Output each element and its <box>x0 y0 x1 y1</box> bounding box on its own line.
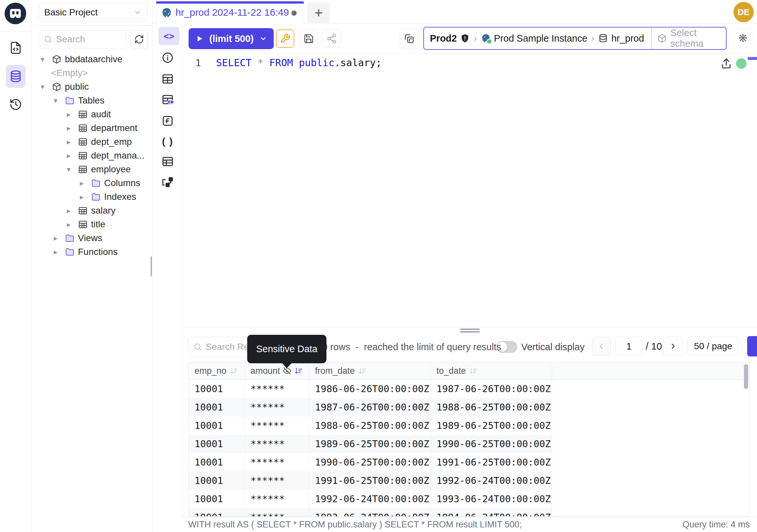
admin-wrench-button[interactable] <box>276 29 294 48</box>
history-icon[interactable] <box>9 98 22 111</box>
tree-item-dept-emp[interactable]: ▸dept_emp <box>31 135 152 149</box>
table-cell[interactable]: 1991-06-25T00:00:00Z <box>431 453 552 471</box>
tree-item-audit[interactable]: ▸audit <box>31 108 152 121</box>
caret-closed-icon[interactable]: ▸ <box>67 124 77 133</box>
table-cell[interactable]: 1987-06-26T00:00:00Z <box>309 398 431 416</box>
tree-item-salary[interactable]: ▸salary <box>31 204 152 218</box>
table-cell[interactable]: ****** <box>245 380 309 398</box>
table-cell[interactable]: ****** <box>245 435 309 453</box>
page-number-input[interactable] <box>616 337 642 356</box>
run-query-button[interactable]: (limit 500) <box>189 28 274 49</box>
sort-icon[interactable] <box>357 366 367 375</box>
table-cell[interactable]: ****** <box>245 508 309 516</box>
caret-open-icon[interactable]: ▾ <box>67 165 77 174</box>
caret-open-icon[interactable]: ▾ <box>41 82 51 91</box>
sql-code-line[interactable]: SELECT * FROM public.salary; <box>216 56 382 70</box>
table-cell[interactable]: 1988-06-25T00:00:00Z <box>309 416 431 435</box>
caret-closed-icon[interactable]: ▸ <box>54 248 64 257</box>
prev-page-button[interactable] <box>592 337 611 356</box>
caret-closed-icon[interactable]: ▸ <box>80 193 90 202</box>
tree-item-bbdataarchive[interactable]: ▾bbdataarchive <box>31 52 152 66</box>
tab-title[interactable]: hr_prod 2024-11-22 16:49 <box>175 4 289 21</box>
batch-query-button[interactable] <box>400 29 419 48</box>
caret-closed-icon[interactable]: ▸ <box>67 206 77 215</box>
table-cell[interactable]: 1988-06-25T00:00:00Z <box>431 398 552 416</box>
caret-closed-icon[interactable]: ▸ <box>67 151 77 160</box>
column-header-amount[interactable]: amount <box>245 362 309 379</box>
column-header-to_date[interactable]: to_date <box>431 362 552 379</box>
breadcrumb-database-segment[interactable]: Prod2 › Prod Sample Instance › hr_prod <box>424 27 652 49</box>
bytebase-logo-icon[interactable] <box>5 3 26 24</box>
export-button[interactable] <box>747 336 757 357</box>
table-cell[interactable]: 1993-06-24T00:00:00Z <box>309 508 431 516</box>
caret-open-icon[interactable]: ▾ <box>54 96 64 105</box>
results-resize-handle[interactable] <box>460 331 480 332</box>
tree-item-dept-mana[interactable]: ▸dept_mana... <box>31 149 152 163</box>
share-button[interactable] <box>322 29 341 48</box>
sort-icon[interactable] <box>294 366 303 375</box>
table-cell[interactable]: 10001 <box>189 471 245 490</box>
functions-icon[interactable] <box>162 115 174 127</box>
procedures-icon[interactable]: ( ) <box>160 135 175 148</box>
table-cell[interactable]: 1994-06-24T00:00:00Z <box>431 508 552 516</box>
table-cell[interactable]: 10001 <box>189 453 245 471</box>
results-resize-handle[interactable] <box>460 329 480 330</box>
masked-table-icon[interactable] <box>162 93 174 106</box>
table-cell[interactable]: 10001 <box>189 435 245 453</box>
sort-icon[interactable] <box>229 366 238 375</box>
worksheet-icon[interactable] <box>9 41 22 54</box>
table-cell[interactable]: ****** <box>245 490 309 508</box>
table-cell[interactable]: 1992-06-24T00:00:00Z <box>431 471 552 490</box>
table-cell[interactable]: ****** <box>245 453 309 471</box>
sort-icon[interactable] <box>469 366 478 375</box>
table-cell[interactable]: 1991-06-25T00:00:00Z <box>309 471 431 490</box>
sidebar-search[interactable] <box>39 30 126 48</box>
tables-icon[interactable] <box>162 73 174 85</box>
ai-assistant-button[interactable]: ❋ <box>733 28 752 48</box>
table-cell[interactable]: 10001 <box>189 508 245 516</box>
refresh-button[interactable] <box>130 30 148 48</box>
tree-item-indexes[interactable]: ▸Indexes <box>31 190 152 204</box>
next-page-button[interactable] <box>663 337 682 356</box>
tree-item-tables[interactable]: ▾Tables <box>31 94 152 108</box>
external-tables-icon[interactable] <box>162 155 174 168</box>
table-cell[interactable]: 10001 <box>189 416 245 435</box>
caret-closed-icon[interactable]: ▸ <box>67 138 77 146</box>
tree-item-columns[interactable]: ▸Columns <box>31 176 152 190</box>
sidebar-search-input[interactable] <box>55 34 126 45</box>
info-icon[interactable] <box>162 51 174 64</box>
table-cell[interactable]: 1987-06-26T00:00:00Z <box>431 380 552 398</box>
schema-diagram-icon[interactable] <box>162 176 174 188</box>
table-cell[interactable]: 1990-06-25T00:00:00Z <box>309 453 431 471</box>
table-cell[interactable]: 10001 <box>189 380 245 398</box>
select-schema-button[interactable]: Select schema <box>652 27 726 49</box>
table-cell[interactable]: 1989-06-25T00:00:00Z <box>431 416 552 435</box>
upload-icon[interactable] <box>720 57 733 70</box>
caret-open-icon[interactable]: ▾ <box>41 55 51 64</box>
caret-closed-icon[interactable]: ▸ <box>80 179 90 188</box>
project-select[interactable]: Basic Project <box>39 3 147 22</box>
tree-item-title[interactable]: ▸title <box>31 218 152 231</box>
table-cell[interactable]: 1992-06-24T00:00:00Z <box>309 490 431 508</box>
caret-closed-icon[interactable]: ▸ <box>67 110 77 119</box>
user-avatar[interactable]: DE <box>733 2 754 22</box>
page-size-select[interactable]: 50 / page <box>687 337 739 356</box>
code-panel-active[interactable]: <> <box>159 27 179 45</box>
table-cell[interactable]: ****** <box>245 398 309 416</box>
tree-item-empty[interactable]: <Empty> <box>31 66 152 80</box>
connection-breadcrumb[interactable]: Prod2 › Prod Sample Instance › hr_prod S… <box>423 27 727 50</box>
table-cell[interactable]: ****** <box>245 416 309 435</box>
tree-item-department[interactable]: ▸department <box>31 121 152 135</box>
new-tab-button[interactable]: + <box>307 2 330 24</box>
table-cell[interactable]: ****** <box>245 471 309 490</box>
table-cell[interactable]: 1989-06-25T00:00:00Z <box>309 435 431 453</box>
table-cell[interactable]: 10001 <box>189 490 245 508</box>
save-button[interactable] <box>300 29 318 48</box>
caret-closed-icon[interactable]: ▸ <box>67 220 77 229</box>
table-scrollbar-thumb[interactable] <box>744 364 748 389</box>
tree-item-views[interactable]: ▸Views <box>31 231 152 245</box>
column-header-from_date[interactable]: from_date <box>309 362 431 379</box>
table-cell[interactable]: 10001 <box>189 398 245 416</box>
table-cell[interactable]: 1986-06-26T00:00:00Z <box>309 380 431 398</box>
tree-item-employee[interactable]: ▾employee <box>31 163 152 176</box>
